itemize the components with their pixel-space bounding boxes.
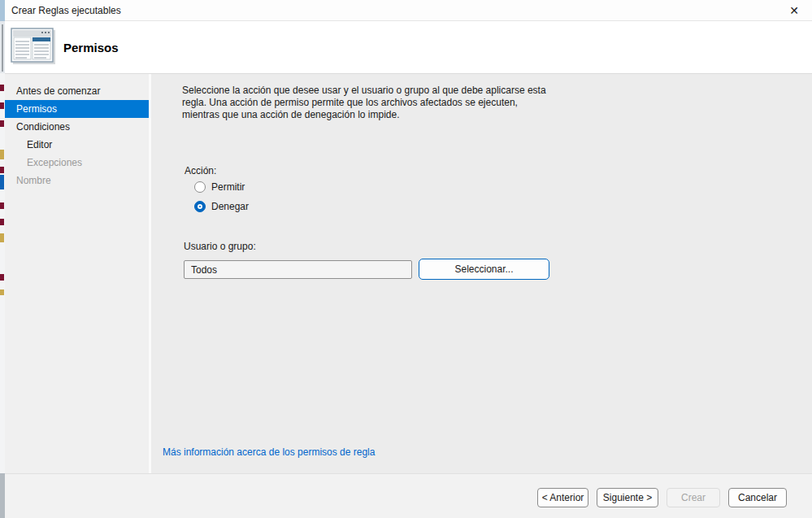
wizard-header: Permisos <box>5 21 812 73</box>
background-tree-mark <box>0 120 4 127</box>
cancel-button[interactable]: Cancelar <box>728 488 787 507</box>
create-executable-rules-dialog: Crear Reglas ejecutables ✕ <box>5 0 812 518</box>
background-tree-mark <box>0 202 4 209</box>
background-tree-mark <box>0 167 4 173</box>
background-tree-mark <box>0 233 4 242</box>
sidebar-item-nombre: Nombre <box>5 172 149 189</box>
wizard-permissions-icon <box>11 28 56 68</box>
action-group-label: Acción: <box>185 165 216 176</box>
close-button[interactable]: ✕ <box>781 0 807 20</box>
close-icon: ✕ <box>789 5 799 16</box>
sidebar-item-excepciones: Excepciones <box>5 154 149 172</box>
screen: Crear Reglas ejecutables ✕ <box>0 0 812 518</box>
background-border-fragment <box>2 24 3 72</box>
help-link[interactable]: Más información acerca de los permisos d… <box>163 446 375 458</box>
sidebar-item-antes-de-comenzar[interactable]: Antes de comenzar <box>5 82 149 100</box>
description-line: regla. Una acción de permiso permite que… <box>182 97 546 109</box>
description-line: mientras que una acción de denegación lo… <box>182 109 546 121</box>
step-content: Seleccione la acción que desee usar y el… <box>151 74 812 473</box>
background-tree-mark <box>0 274 4 281</box>
background-tree-mark <box>0 85 4 91</box>
radio-label-denegar[interactable]: Denegar <box>211 201 249 212</box>
window-title: Crear Reglas ejecutables <box>11 5 121 16</box>
user-group-input[interactable] <box>184 260 412 279</box>
radio-option-denegar[interactable]: Denegar <box>194 201 249 212</box>
user-group-label: Usuario o grupo: <box>184 241 256 252</box>
radio-label-permitir[interactable]: Permitir <box>211 181 245 193</box>
sidebar-item-permisos[interactable]: Permisos <box>5 100 149 118</box>
wizard-footer: < Anterior Siguiente > Crear Cancelar <box>5 473 812 518</box>
sidebar-item-editor[interactable]: Editor <box>5 136 149 154</box>
radio-button-unselected-icon[interactable] <box>194 181 206 193</box>
background-tree-mark <box>0 150 4 159</box>
radio-option-permitir[interactable]: Permitir <box>194 181 245 193</box>
radio-button-selected-icon[interactable] <box>194 201 206 212</box>
previous-button[interactable]: < Anterior <box>537 488 588 507</box>
next-button[interactable]: Siguiente > <box>597 488 658 507</box>
step-description: Seleccione la acción que desee usar y el… <box>182 85 546 121</box>
background-tree-mark <box>0 219 4 225</box>
wizard-body: Antes de comenzar Permisos Condiciones E… <box>5 73 812 473</box>
page-title: Permisos <box>63 41 119 54</box>
create-button: Crear <box>667 488 720 507</box>
background-tree-mark <box>0 102 4 109</box>
titlebar: Crear Reglas ejecutables ✕ <box>5 0 812 21</box>
wizard-steps-nav: Antes de comenzar Permisos Condiciones E… <box>5 74 149 189</box>
background-tree-mark <box>0 175 4 189</box>
background-tree-mark <box>0 289 4 295</box>
description-line: Seleccione la acción que desee usar y el… <box>182 85 546 97</box>
sidebar-item-condiciones[interactable]: Condiciones <box>5 118 149 136</box>
select-user-button[interactable]: Seleccionar... <box>419 259 549 280</box>
wizard-steps-sidebar: Antes de comenzar Permisos Condiciones E… <box>5 74 149 473</box>
